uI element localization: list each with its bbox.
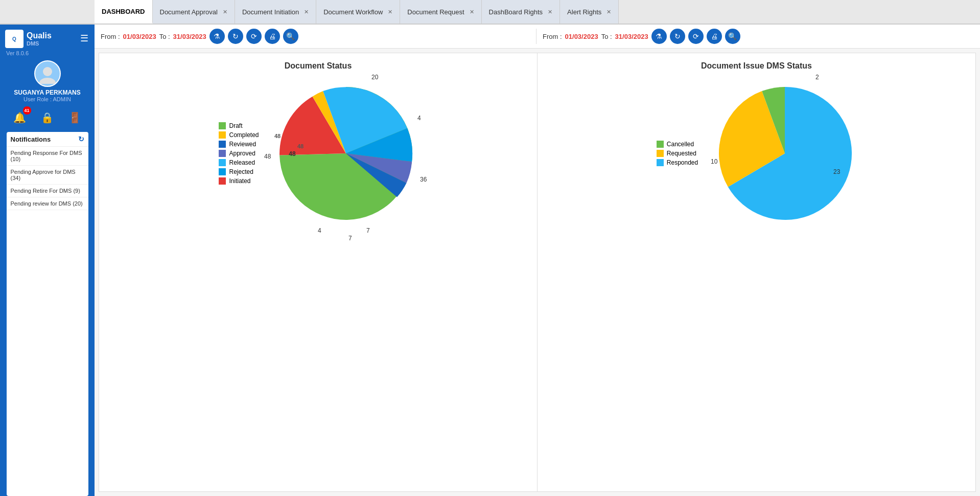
legend-color xyxy=(219,168,226,175)
close-icon[interactable]: ✕ xyxy=(388,9,392,15)
lock-icon-btn[interactable]: 🔒 xyxy=(38,108,57,127)
tab-document-workflow[interactable]: Document Workflow ✕ xyxy=(316,0,400,24)
chart1-content: Draft Completed Reviewed Approved xyxy=(107,77,529,230)
legend-label: Responded xyxy=(667,159,698,166)
toolbar-right: From : 01/03/2023 To : 31/03/2023 ⚗ ↻ ⟳ … xyxy=(536,29,974,44)
legend-label: Initiated xyxy=(229,177,250,185)
tab-document-request[interactable]: Document Request ✕ xyxy=(400,0,481,24)
user-role: User Role : ADMIN xyxy=(24,96,71,102)
app-logo: Q Qualis DMS xyxy=(5,30,52,48)
legend-color xyxy=(219,177,226,185)
legend-item: Completed xyxy=(219,131,259,139)
sidebar: Q Qualis DMS ☰ Ver 8.0.6 SUGANYA PERKMAN… xyxy=(0,25,95,496)
close-icon[interactable]: ✕ xyxy=(304,9,309,15)
notification-badge: 41 xyxy=(23,106,31,115)
logo-icon: Q xyxy=(5,30,24,48)
legend-label: Rejected xyxy=(229,168,253,175)
legend-label: Reviewed xyxy=(229,141,256,148)
legend-item: Cancelled xyxy=(657,141,698,148)
close-icon[interactable]: ✕ xyxy=(223,9,227,15)
tab-document-approval[interactable]: Document Approval ✕ xyxy=(153,0,235,24)
legend-item: Draft xyxy=(219,122,259,129)
sync-button[interactable]: ⟳ xyxy=(246,29,262,44)
svg-text:10: 10 xyxy=(711,158,718,165)
notification-item[interactable]: Pending Retire For DMS (9) xyxy=(7,185,88,197)
filter-button[interactable]: ⚗ xyxy=(209,29,225,44)
close-icon[interactable]: ✕ xyxy=(606,9,611,15)
legend-item: Initiated xyxy=(219,177,259,185)
svg-text:7: 7 xyxy=(366,227,370,234)
hamburger-icon[interactable]: ☰ xyxy=(80,33,88,44)
tab-label: Document Workflow xyxy=(323,8,383,16)
toolbar-left: From : 01/03/2023 To : 31/03/2023 ⚗ ↻ ⟳ … xyxy=(101,29,532,44)
print-button[interactable]: 🖨 xyxy=(265,29,280,44)
user-profile: SUGANYA PERKMANS User Role : ADMIN xyxy=(14,60,80,102)
tab-alert-rights[interactable]: Alert Rights ✕ xyxy=(560,0,619,24)
username: SUGANYA PERKMANS xyxy=(14,89,80,96)
tab-dashboard-rights[interactable]: DashBoard Rights ✕ xyxy=(482,0,561,24)
tab-document-initiation[interactable]: Document Initiation ✕ xyxy=(235,0,316,24)
tab-label: Document Initiation xyxy=(242,8,299,16)
app-version: Ver 8.0.6 xyxy=(0,50,29,56)
legend-color xyxy=(219,150,226,157)
refresh-button[interactable]: ↻ xyxy=(228,29,243,44)
notifications-icon-btn[interactable]: 🔔 41 xyxy=(11,108,29,127)
svg-point-1 xyxy=(39,78,56,84)
refresh-button-right[interactable]: ↻ xyxy=(670,29,685,44)
legend-color xyxy=(219,141,226,148)
notifications-header: Notifications ↻ xyxy=(7,132,88,147)
chart-dms-status: Document Issue DMS Status Cancelled Requ… xyxy=(538,53,975,491)
tab-bar: DASHBOARD Document Approval ✕ Document I… xyxy=(0,0,980,25)
print-button-right[interactable]: 🖨 xyxy=(707,29,722,44)
close-icon[interactable]: ✕ xyxy=(548,9,552,15)
charts-row: Document Status Draft Completed xyxy=(99,53,976,492)
from-label-right: From : xyxy=(543,33,562,40)
svg-text:48: 48 xyxy=(289,150,296,157)
notification-item[interactable]: Pending Approve for DMS (34) xyxy=(7,166,88,185)
sync-button-right[interactable]: ⟳ xyxy=(688,29,704,44)
legend-label: Draft xyxy=(229,122,242,129)
svg-text:48: 48 xyxy=(264,153,271,160)
legend-item: Released xyxy=(219,159,259,166)
legend-label: Released xyxy=(229,159,255,166)
refresh-icon[interactable]: ↻ xyxy=(78,135,84,143)
svg-point-0 xyxy=(43,67,52,76)
from-label: From : xyxy=(101,33,120,40)
logout-icon-btn[interactable]: 🚪 xyxy=(66,108,84,127)
to-label-right: To : xyxy=(601,33,612,40)
to-date: 31/03/2023 xyxy=(173,33,206,40)
legend-item: Reviewed xyxy=(219,141,259,148)
legend-color xyxy=(657,141,664,148)
svg-text:48: 48 xyxy=(297,143,304,149)
svg-text:4: 4 xyxy=(417,115,421,122)
chart1-svg: 48 48 48 48 20 4 36 7 7 4 xyxy=(274,77,417,230)
notification-item[interactable]: Pending review for DMS (20) xyxy=(7,197,88,210)
legend-label: Completed xyxy=(229,131,259,139)
notifications-title: Notifications xyxy=(11,136,51,143)
chart2-title: Document Issue DMS Status xyxy=(701,61,812,71)
to-label: To : xyxy=(159,33,170,40)
svg-text:2: 2 xyxy=(815,74,819,81)
close-icon[interactable]: ✕ xyxy=(470,9,474,15)
toolbar: From : 01/03/2023 To : 31/03/2023 ⚗ ↻ ⟳ … xyxy=(95,25,980,49)
filter-button-right[interactable]: ⚗ xyxy=(651,29,667,44)
notification-item[interactable]: Pending Response For DMS (10) xyxy=(7,147,88,166)
app-sub: DMS xyxy=(27,40,52,47)
legend-color xyxy=(657,159,664,166)
sidebar-action-icons: 🔔 41 🔒 🚪 xyxy=(11,108,84,127)
zoom-button[interactable]: 🔍 xyxy=(283,29,298,44)
legend-color xyxy=(657,150,664,157)
svg-text:4: 4 xyxy=(318,227,321,234)
zoom-button-right[interactable]: 🔍 xyxy=(725,29,740,44)
svg-text:36: 36 xyxy=(420,176,427,183)
app-name: Qualis xyxy=(27,31,52,40)
chart1-legend: Draft Completed Reviewed Approved xyxy=(219,122,259,185)
tab-dashboard[interactable]: DASHBOARD xyxy=(95,0,153,24)
chart1-title: Document Status xyxy=(285,61,352,71)
svg-text:48: 48 xyxy=(274,133,281,139)
svg-text:23: 23 xyxy=(833,168,841,175)
svg-text:20: 20 xyxy=(371,74,379,81)
tab-label: DashBoard Rights xyxy=(489,8,543,16)
to-date-right: 31/03/2023 xyxy=(615,33,648,40)
chart2-content: Cancelled Requested Responded xyxy=(546,77,967,230)
